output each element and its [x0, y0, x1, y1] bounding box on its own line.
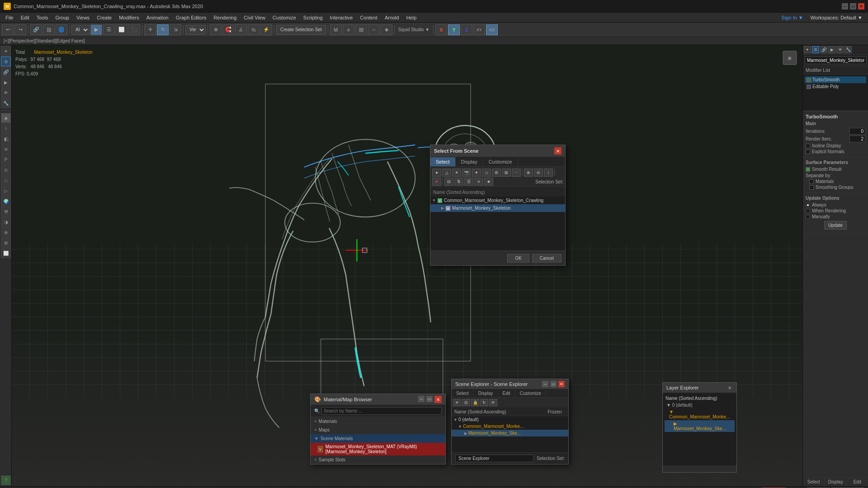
render-frame-button[interactable]: □: [1, 175, 11, 185]
rmp-create-btn[interactable]: ✦: [804, 46, 811, 53]
rmp-object-name-input[interactable]: [805, 56, 867, 64]
menu-help[interactable]: Help: [403, 14, 420, 21]
menu-edit[interactable]: Edit: [17, 14, 33, 21]
dt-cam-btn[interactable]: 📷: [462, 169, 471, 177]
le-default-row[interactable]: ▼ 0 (default): [665, 402, 735, 408]
undo-button[interactable]: ↩: [2, 24, 14, 35]
menu-modifiers[interactable]: Modifiers: [115, 14, 143, 21]
dt-geo-btn[interactable]: △: [442, 169, 451, 177]
dt-helper-btn[interactable]: ✦: [472, 169, 481, 177]
render-iters-input[interactable]: [849, 136, 865, 142]
menu-customize[interactable]: Customize: [269, 14, 300, 21]
obj-color-button[interactable]: ■: [1, 113, 11, 123]
ok-button[interactable]: OK: [507, 254, 529, 263]
motion-panel-button[interactable]: ▶: [1, 77, 11, 87]
modify-panel-button[interactable]: ⚙: [1, 56, 11, 66]
mb-material-item[interactable]: V Marmoset_Monkey_Skeleton_MAT (VRayMtl)…: [311, 443, 445, 455]
dt-sphere-btn[interactable]: ●: [432, 169, 441, 177]
select-region-button[interactable]: ⬜: [116, 24, 127, 35]
dt-light-btn[interactable]: ☀: [452, 169, 461, 177]
dt-x-btn[interactable]: ✕: [432, 178, 441, 186]
se-row-default[interactable]: ▼ 0 (default): [452, 416, 568, 423]
dialog-tab-display[interactable]: Display: [456, 157, 483, 166]
quick-render-button[interactable]: ▷: [1, 186, 11, 196]
dt-sort-btn[interactable]: ⇅: [454, 178, 463, 186]
mb-maps-section[interactable]: + Maps: [311, 426, 445, 434]
dt-invert-btn[interactable]: ↕: [544, 169, 553, 177]
se-minimize-button[interactable]: ─: [542, 381, 548, 387]
percent-snap-button[interactable]: %: [248, 24, 259, 35]
smooth-result-checkbox[interactable]: [806, 167, 810, 172]
tree-root[interactable]: ▼ C Common_Marmoset_Monkey_Skeleton_Craw…: [430, 197, 565, 204]
move-button[interactable]: ✛: [144, 24, 156, 35]
se-sync-btn[interactable]: ⟳: [489, 399, 497, 406]
restore-button[interactable]: ▭: [850, 3, 856, 9]
se-scene-explorer-input[interactable]: [455, 455, 534, 462]
se-refresh-btn[interactable]: ↻: [480, 399, 488, 406]
se-x-btn[interactable]: ✕: [453, 399, 461, 406]
bind-space-warp-button[interactable]: 🌀: [56, 24, 67, 35]
window-crossing-button[interactable]: ⬛: [128, 24, 140, 35]
use-pivot-button[interactable]: ⊕: [210, 24, 222, 35]
dialog-tab-select[interactable]: Select: [430, 157, 456, 166]
mb-sample-slots-section[interactable]: + Sample Slots: [311, 455, 445, 464]
axis-y-button[interactable]: Y: [448, 24, 460, 35]
dt-none-btn[interactable]: ⊖: [534, 169, 543, 177]
mirror-button[interactable]: M: [330, 24, 342, 35]
menu-rendering[interactable]: Rendering: [210, 14, 241, 21]
close-button[interactable]: ✕: [858, 3, 864, 9]
menu-civil-view[interactable]: Civil View: [240, 14, 269, 21]
se-row-common[interactable]: ▼ Common_Marmoset_Monke...: [452, 423, 568, 430]
menu-arnold[interactable]: Arnold: [381, 14, 403, 21]
mb-close-button[interactable]: ✕: [434, 396, 442, 403]
redo-button[interactable]: ↪: [14, 24, 26, 35]
navigation-cube[interactable]: ⊞: [781, 49, 799, 67]
curve-editor-btn2[interactable]: ≋: [1, 144, 11, 154]
dialog-titlebar[interactable]: Select From Scene ✕: [430, 145, 565, 157]
dialog-tab-customize[interactable]: Customize: [483, 157, 518, 166]
rmp-tab-select[interactable]: Select: [803, 478, 825, 486]
se-tab-edit[interactable]: Edit: [498, 389, 515, 397]
help-button[interactable]: ?: [1, 475, 11, 485]
utilities-panel-button[interactable]: 🔧: [1, 98, 11, 108]
create-selection-set-button[interactable]: Create Selection Set: [276, 25, 326, 35]
se-lock-btn[interactable]: 🔒: [471, 399, 479, 406]
se-tab-select[interactable]: Select: [452, 389, 474, 397]
dt-selset-btn[interactable]: ★: [484, 178, 493, 186]
rmp-motion-btn[interactable]: ▶: [828, 46, 835, 53]
le-common-row[interactable]: ▼ Common_Marmoset_Monke...: [665, 408, 735, 420]
le-marmoset-row[interactable]: ▶ Marmoset_Monkey_Ske...: [665, 420, 735, 432]
zoom-extents-button[interactable]: ⊞: [1, 238, 11, 248]
se-tab-customize[interactable]: Customize: [515, 389, 546, 397]
rmp-modify-btn[interactable]: ⚙: [812, 46, 819, 53]
axis-z-button[interactable]: Z: [461, 24, 472, 35]
dt-bone-btn[interactable]: ⊞: [502, 169, 511, 177]
menu-graph-editors[interactable]: Graph Editors: [172, 14, 210, 21]
param-editor-button[interactable]: P: [1, 155, 11, 164]
dt-all-btn[interactable]: ⊕: [524, 169, 533, 177]
display-panel-button[interactable]: 👁: [1, 88, 11, 98]
rmp-util-btn[interactable]: 🔧: [844, 46, 852, 53]
mb-search-input[interactable]: [321, 407, 442, 415]
dt-shape-btn[interactable]: ◇: [482, 169, 491, 177]
axis-x-button[interactable]: X: [435, 24, 447, 35]
select-object-button[interactable]: ▶: [90, 24, 102, 35]
isoline-checkbox[interactable]: [806, 144, 810, 148]
isolate-button[interactable]: ⊙: [1, 165, 11, 175]
dialog-close-button[interactable]: ✕: [554, 147, 561, 155]
materials-sep-checkbox[interactable]: [809, 179, 814, 184]
rmp-display-btn[interactable]: 👁: [836, 46, 844, 53]
modifier-item-editable-poly[interactable]: Editable Poly: [805, 83, 866, 90]
angle-snap-button[interactable]: ∠: [235, 24, 247, 35]
render-setup-button[interactable]: ⚒: [1, 206, 11, 216]
mb-materials-section[interactable]: + Materials: [311, 417, 445, 426]
se-restore-button[interactable]: ▭: [550, 381, 557, 387]
hierarchy-panel-button[interactable]: 🔗: [1, 67, 11, 77]
dt-particle-btn[interactable]: ⋯: [512, 169, 521, 177]
rmp-hier-btn[interactable]: 🔗: [820, 46, 827, 53]
mb-restore-button[interactable]: ▭: [426, 396, 433, 402]
min-max-button[interactable]: ⬜: [1, 248, 11, 258]
menu-animation[interactable]: Animation: [143, 14, 172, 21]
se-filter-btn[interactable]: ⊟: [462, 399, 470, 406]
update-button[interactable]: Update: [824, 221, 847, 230]
